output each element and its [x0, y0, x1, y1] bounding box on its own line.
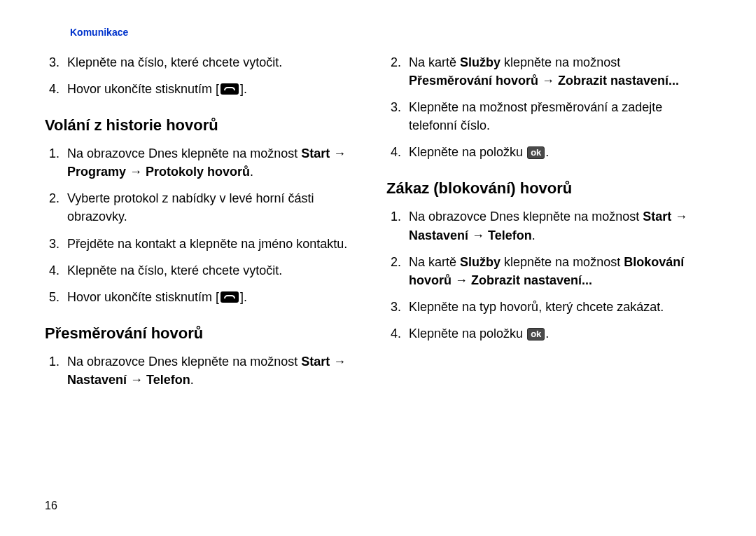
list: Na kartě Služby klepněte na možnost Přes… [386, 53, 694, 161]
list-item: Na obrazovce Dnes klepněte na možnost St… [405, 207, 694, 244]
list-item: Na kartě Služby klepněte na možnost Blok… [405, 253, 694, 289]
list: Klepněte na číslo, které chcete vytočit.… [45, 53, 353, 98]
ok-icon: ok [527, 146, 545, 159]
list-item: Vyberte protokol z nabídky v levé horní … [63, 189, 353, 226]
hangup-icon [220, 291, 239, 303]
heading: Přesměrování hovorů [45, 324, 353, 343]
right-column: Na kartě Služby klepněte na možnost Přes… [386, 53, 694, 397]
list-item: Klepněte na číslo, které chcete vytočit. [63, 261, 353, 280]
list-item: Klepněte na položku ok. [405, 143, 694, 161]
page: Komunikace Klepněte na číslo, které chce… [0, 0, 756, 536]
left-column: Klepněte na číslo, které chcete vytočit.… [45, 53, 353, 397]
list-item: Klepněte na položku ok. [405, 324, 694, 343]
list-item: Na kartě Služby klepněte na možnost Přes… [405, 53, 694, 90]
list: Na obrazovce Dnes klepněte na možnost St… [386, 207, 694, 343]
ok-icon: ok [527, 328, 545, 341]
list-item: Klepněte na číslo, které chcete vytočit. [63, 53, 353, 71]
list: Na obrazovce Dnes klepněte na možnost St… [45, 144, 353, 306]
list-item: Hovor ukončíte stisknutím []. [63, 80, 353, 98]
list-item: Klepněte na typ hovorů, který chcete zak… [405, 298, 694, 316]
list-item: Klepněte na možnost přesměrování a zadej… [405, 98, 694, 135]
columns: Klepněte na číslo, které chcete vytočit.… [45, 53, 711, 397]
list-item: Na obrazovce Dnes klepněte na možnost St… [63, 144, 353, 181]
list-item: Přejděte na kontakt a klepněte na jméno … [63, 235, 353, 253]
list: Na obrazovce Dnes klepněte na možnost St… [45, 352, 353, 389]
section-header: Komunikace [70, 27, 711, 38]
list-item: Na obrazovce Dnes klepněte na možnost St… [63, 352, 353, 389]
heading: Volání z historie hovorů [45, 116, 353, 135]
page-number: 16 [45, 500, 57, 512]
hangup-icon [220, 83, 239, 95]
heading: Zákaz (blokování) hovorů [386, 179, 694, 198]
list-item: Hovor ukončíte stisknutím []. [63, 288, 353, 306]
